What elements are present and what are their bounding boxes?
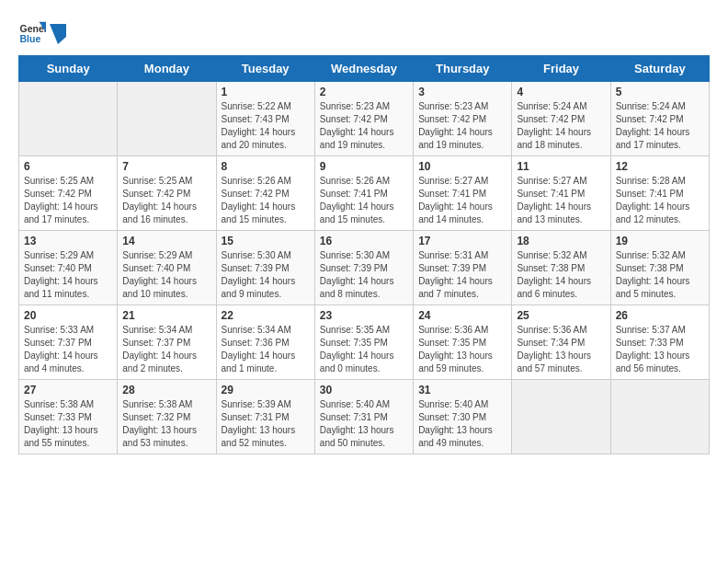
day-detail: Sunrise: 5:37 AM Sunset: 7:33 PM Dayligh… [616, 324, 704, 375]
day-number: 10 [418, 160, 506, 173]
day-detail: Sunrise: 5:27 AM Sunset: 7:41 PM Dayligh… [418, 175, 506, 226]
calendar-cell [610, 380, 709, 454]
day-detail: Sunrise: 5:25 AM Sunset: 7:42 PM Dayligh… [122, 175, 210, 226]
day-number: 23 [320, 309, 408, 322]
day-detail: Sunrise: 5:29 AM Sunset: 7:40 PM Dayligh… [24, 249, 112, 301]
day-detail: Sunrise: 5:28 AM Sunset: 7:41 PM Dayligh… [616, 175, 704, 226]
calendar-cell: 3Sunrise: 5:23 AM Sunset: 7:42 PM Daylig… [414, 82, 512, 156]
weekday-header-saturday: Saturday [610, 56, 709, 82]
logo-arrow-icon [50, 24, 66, 44]
weekday-header-monday: Monday [118, 56, 216, 82]
calendar-week-row: 6Sunrise: 5:25 AM Sunset: 7:42 PM Daylig… [19, 156, 710, 231]
day-number: 18 [517, 235, 605, 247]
day-detail: Sunrise: 5:29 AM Sunset: 7:40 PM Dayligh… [122, 249, 210, 301]
day-detail: Sunrise: 5:34 AM Sunset: 7:37 PM Dayligh… [122, 324, 210, 375]
calendar-cell: 14Sunrise: 5:29 AM Sunset: 7:40 PM Dayli… [118, 231, 216, 305]
calendar-cell: 8Sunrise: 5:26 AM Sunset: 7:42 PM Daylig… [216, 156, 314, 231]
calendar-week-row: 1Sunrise: 5:22 AM Sunset: 7:43 PM Daylig… [19, 82, 710, 156]
page-header: General Blue [18, 18, 710, 46]
day-number: 6 [24, 160, 112, 173]
day-number: 29 [222, 384, 310, 396]
day-detail: Sunrise: 5:25 AM Sunset: 7:42 PM Dayligh… [24, 175, 112, 226]
calendar-cell: 28Sunrise: 5:38 AM Sunset: 7:32 PM Dayli… [118, 380, 216, 454]
logo: General Blue [18, 18, 66, 46]
day-detail: Sunrise: 5:34 AM Sunset: 7:36 PM Dayligh… [222, 324, 310, 375]
day-number: 14 [122, 235, 210, 247]
calendar-cell: 31Sunrise: 5:40 AM Sunset: 7:30 PM Dayli… [414, 380, 512, 454]
day-number: 25 [517, 309, 605, 322]
day-number: 17 [418, 235, 506, 247]
day-number: 4 [517, 86, 605, 98]
calendar-cell: 7Sunrise: 5:25 AM Sunset: 7:42 PM Daylig… [118, 156, 216, 231]
calendar-cell: 12Sunrise: 5:28 AM Sunset: 7:41 PM Dayli… [610, 156, 709, 231]
weekday-header-sunday: Sunday [19, 56, 118, 82]
day-number: 2 [320, 86, 408, 98]
day-number: 19 [616, 235, 704, 247]
day-detail: Sunrise: 5:23 AM Sunset: 7:42 PM Dayligh… [320, 100, 408, 152]
day-number: 5 [616, 86, 704, 98]
day-detail: Sunrise: 5:32 AM Sunset: 7:38 PM Dayligh… [616, 249, 704, 301]
day-number: 7 [122, 160, 210, 173]
day-number: 15 [222, 235, 310, 247]
day-detail: Sunrise: 5:26 AM Sunset: 7:42 PM Dayligh… [222, 175, 310, 226]
day-detail: Sunrise: 5:38 AM Sunset: 7:33 PM Dayligh… [24, 398, 112, 450]
calendar-cell: 26Sunrise: 5:37 AM Sunset: 7:33 PM Dayli… [610, 305, 709, 380]
day-number: 12 [616, 160, 704, 173]
calendar-cell [118, 82, 216, 156]
calendar-cell [512, 380, 610, 454]
day-detail: Sunrise: 5:26 AM Sunset: 7:41 PM Dayligh… [320, 175, 408, 226]
calendar-cell: 6Sunrise: 5:25 AM Sunset: 7:42 PM Daylig… [19, 156, 118, 231]
weekday-header-row: SundayMondayTuesdayWednesdayThursdayFrid… [19, 56, 710, 82]
weekday-header-tuesday: Tuesday [216, 56, 314, 82]
day-number: 27 [24, 384, 112, 396]
weekday-header-wednesday: Wednesday [314, 56, 413, 82]
day-number: 16 [320, 235, 408, 247]
calendar-cell: 21Sunrise: 5:34 AM Sunset: 7:37 PM Dayli… [118, 305, 216, 380]
calendar-week-row: 27Sunrise: 5:38 AM Sunset: 7:33 PM Dayli… [19, 380, 710, 454]
day-detail: Sunrise: 5:38 AM Sunset: 7:32 PM Dayligh… [122, 398, 210, 450]
day-detail: Sunrise: 5:36 AM Sunset: 7:34 PM Dayligh… [517, 324, 605, 375]
calendar-cell: 9Sunrise: 5:26 AM Sunset: 7:41 PM Daylig… [314, 156, 413, 231]
calendar-cell: 11Sunrise: 5:27 AM Sunset: 7:41 PM Dayli… [512, 156, 610, 231]
day-number: 3 [418, 86, 506, 98]
svg-marker-3 [50, 24, 66, 44]
calendar-cell: 4Sunrise: 5:24 AM Sunset: 7:42 PM Daylig… [512, 82, 610, 156]
calendar-cell: 23Sunrise: 5:35 AM Sunset: 7:35 PM Dayli… [314, 305, 413, 380]
day-detail: Sunrise: 5:32 AM Sunset: 7:38 PM Dayligh… [517, 249, 605, 301]
calendar-week-row: 20Sunrise: 5:33 AM Sunset: 7:37 PM Dayli… [19, 305, 710, 380]
day-detail: Sunrise: 5:31 AM Sunset: 7:39 PM Dayligh… [418, 249, 506, 301]
day-number: 11 [517, 160, 605, 173]
day-detail: Sunrise: 5:33 AM Sunset: 7:37 PM Dayligh… [24, 324, 112, 375]
day-detail: Sunrise: 5:24 AM Sunset: 7:42 PM Dayligh… [517, 100, 605, 152]
calendar-cell: 10Sunrise: 5:27 AM Sunset: 7:41 PM Dayli… [414, 156, 512, 231]
day-number: 8 [222, 160, 310, 173]
calendar-cell [19, 82, 118, 156]
day-detail: Sunrise: 5:40 AM Sunset: 7:31 PM Dayligh… [320, 398, 408, 450]
svg-text:Blue: Blue [20, 33, 41, 44]
calendar-cell: 5Sunrise: 5:24 AM Sunset: 7:42 PM Daylig… [610, 82, 709, 156]
calendar-cell: 1Sunrise: 5:22 AM Sunset: 7:43 PM Daylig… [216, 82, 314, 156]
day-detail: Sunrise: 5:39 AM Sunset: 7:31 PM Dayligh… [222, 398, 310, 450]
logo-icon: General Blue [18, 18, 46, 46]
day-number: 20 [24, 309, 112, 322]
day-detail: Sunrise: 5:24 AM Sunset: 7:42 PM Dayligh… [616, 100, 704, 152]
day-detail: Sunrise: 5:23 AM Sunset: 7:42 PM Dayligh… [418, 100, 506, 152]
day-number: 24 [418, 309, 506, 322]
weekday-header-thursday: Thursday [414, 56, 512, 82]
day-number: 31 [418, 384, 506, 396]
calendar-cell: 27Sunrise: 5:38 AM Sunset: 7:33 PM Dayli… [19, 380, 118, 454]
day-number: 28 [122, 384, 210, 396]
calendar-cell: 24Sunrise: 5:36 AM Sunset: 7:35 PM Dayli… [414, 305, 512, 380]
day-detail: Sunrise: 5:22 AM Sunset: 7:43 PM Dayligh… [222, 100, 310, 152]
day-number: 1 [222, 86, 310, 98]
calendar-cell: 20Sunrise: 5:33 AM Sunset: 7:37 PM Dayli… [19, 305, 118, 380]
day-number: 30 [320, 384, 408, 396]
day-detail: Sunrise: 5:30 AM Sunset: 7:39 PM Dayligh… [222, 249, 310, 301]
day-detail: Sunrise: 5:36 AM Sunset: 7:35 PM Dayligh… [418, 324, 506, 375]
day-number: 22 [222, 309, 310, 322]
calendar-cell: 22Sunrise: 5:34 AM Sunset: 7:36 PM Dayli… [216, 305, 314, 380]
calendar-cell: 16Sunrise: 5:30 AM Sunset: 7:39 PM Dayli… [314, 231, 413, 305]
calendar-cell: 18Sunrise: 5:32 AM Sunset: 7:38 PM Dayli… [512, 231, 610, 305]
day-detail: Sunrise: 5:40 AM Sunset: 7:30 PM Dayligh… [418, 398, 506, 450]
calendar-cell: 17Sunrise: 5:31 AM Sunset: 7:39 PM Dayli… [414, 231, 512, 305]
